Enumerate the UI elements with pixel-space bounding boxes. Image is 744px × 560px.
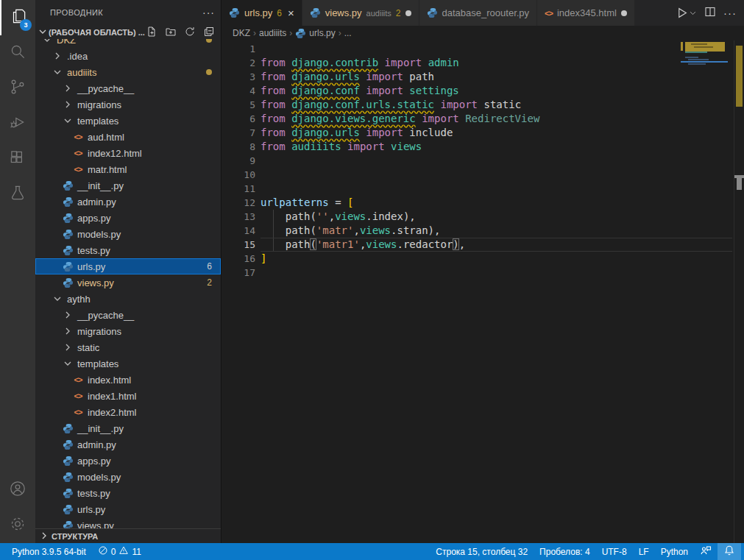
split-editor-button[interactable] <box>704 6 716 21</box>
tree-item-index12-html[interactable]: <>index12.html <box>35 145 221 161</box>
gutter-line-number[interactable]: 10 <box>222 168 255 182</box>
gutter-line-number[interactable]: 1 <box>222 42 255 56</box>
code-line-1[interactable]: 1 <box>222 42 744 56</box>
account-button[interactable] <box>0 472 35 508</box>
activity-source-control-button[interactable] <box>0 71 35 106</box>
encoding-item[interactable]: UTF-8 <box>596 543 633 560</box>
gutter-line-number[interactable]: 7 <box>222 126 255 140</box>
code-line-6[interactable]: 6from django.views.generic import Redire… <box>222 112 744 126</box>
activity-run-debug-button[interactable] <box>0 106 35 141</box>
code-line-15[interactable]: 15 path('matr1',views.redactor), <box>222 238 744 252</box>
eol-item[interactable]: LF <box>633 543 655 560</box>
tab-index345-html[interactable]: <>index345.html <box>537 0 635 26</box>
code-editor[interactable]: 12from django.contrib import admin3from … <box>222 40 744 543</box>
tree-item-models-py[interactable]: models.py <box>35 226 221 242</box>
gutter-line-number[interactable]: 5 <box>222 98 255 112</box>
workspace-section-header[interactable]: (РАБОЧАЯ ОБЛАСТЬ) ... <box>35 24 221 40</box>
gutter-line-number[interactable]: 15 <box>222 238 255 252</box>
gutter-line-number[interactable]: 14 <box>222 224 255 238</box>
indentation-item[interactable]: Пробелов: 4 <box>534 543 596 560</box>
tree-item-static[interactable]: static <box>35 339 221 355</box>
tab-views-py[interactable]: views.pyaudiiits2 <box>302 0 419 26</box>
code-line-11[interactable]: 11 <box>222 182 744 196</box>
gutter-line-number[interactable]: 13 <box>222 210 255 224</box>
tree-item-index2-html[interactable]: <>index2.html <box>35 404 221 420</box>
tree-item--init-py[interactable]: __init__.py <box>35 420 221 436</box>
tree-item-templates[interactable]: templates <box>35 355 221 372</box>
tree-item-aud-html[interactable]: <>aud.html <box>35 129 221 145</box>
gutter-line-number[interactable]: 11 <box>222 182 255 196</box>
code-line-12[interactable]: 12urlpatterns = [ <box>222 196 744 210</box>
collapse-all-button[interactable] <box>203 26 215 39</box>
tree-item-index-html[interactable]: <>index.html <box>35 372 221 388</box>
gutter-line-number[interactable]: 16 <box>222 252 255 266</box>
settings-button[interactable] <box>0 508 35 543</box>
breadcrumb-item--[interactable]: ... <box>344 28 352 38</box>
scrollbar-slider[interactable] <box>737 178 742 190</box>
tree-item-audiiits[interactable]: audiiits <box>35 64 221 80</box>
code-line-4[interactable]: 4from django.conf import settings <box>222 84 744 98</box>
code-line-3[interactable]: 3from django.urls import path <box>222 70 744 84</box>
new-file-button[interactable] <box>146 26 157 39</box>
gutter-line-number[interactable]: 4 <box>222 84 255 98</box>
code-line-14[interactable]: 14 path('matr',views.stran), <box>222 224 744 238</box>
tree-item-urls-py[interactable]: urls.py6 <box>35 258 221 274</box>
notifications-bell-button[interactable] <box>718 543 741 560</box>
activity-testing-button[interactable] <box>0 177 35 212</box>
cursor-position-item[interactable]: Строка 15, столбец 32 <box>430 543 534 560</box>
close-icon[interactable]: × <box>288 7 294 18</box>
feedback-button[interactable] <box>694 543 718 560</box>
tree-item-apps-py[interactable]: apps.py <box>35 210 221 226</box>
new-folder-button[interactable] <box>165 26 177 39</box>
tree-item-templates[interactable]: templates <box>35 113 221 129</box>
activity-explorer-button[interactable]: 3 <box>0 0 35 35</box>
tree-item-admin-py[interactable]: admin.py <box>35 194 221 210</box>
tree-item-tests-py[interactable]: tests.py <box>35 485 221 501</box>
tree-item-migrations[interactable]: migrations <box>35 96 221 113</box>
tree-item-views-py[interactable]: views.py2 <box>35 274 221 291</box>
code-line-17[interactable]: 17 <box>222 266 744 280</box>
tree-item-views-py[interactable]: views.py <box>35 517 221 528</box>
gutter-line-number[interactable]: 3 <box>222 70 255 84</box>
activity-search-button[interactable] <box>0 35 35 71</box>
code-line-9[interactable]: 9 <box>222 154 744 168</box>
tree-item-admin-py[interactable]: admin.py <box>35 436 221 453</box>
tree-item--pycache-[interactable]: __pycache__ <box>35 80 221 96</box>
tree-item--pycache-[interactable]: __pycache__ <box>35 307 221 323</box>
problems-item[interactable]: 0 11 <box>92 543 147 560</box>
tree-item-urls-py[interactable]: urls.py <box>35 501 221 517</box>
gutter-line-number[interactable]: 8 <box>222 140 255 154</box>
gutter-line-number[interactable]: 9 <box>222 154 255 168</box>
scrollbar[interactable] <box>734 40 744 543</box>
code-line-10[interactable]: 10 <box>222 168 744 182</box>
gutter-line-number[interactable]: 17 <box>222 266 255 280</box>
tab-database-roouter-py[interactable]: database_roouter.py <box>419 0 538 26</box>
run-python-file-button[interactable] <box>676 7 697 19</box>
language-mode-item[interactable]: Python <box>655 543 694 560</box>
code-line-16[interactable]: 16] <box>222 252 744 266</box>
more-actions-button[interactable]: ··· <box>723 7 737 19</box>
gutter-line-number[interactable]: 12 <box>222 196 255 210</box>
tab-urls-py[interactable]: urls.py6× <box>222 0 302 26</box>
tree-item-matr-html[interactable]: <>matr.html <box>35 161 221 177</box>
breadcrumb-item-dkz[interactable]: DKZ <box>233 28 250 38</box>
tree-item--idea[interactable]: .idea <box>35 48 221 64</box>
code-line-13[interactable]: 13 path('',views.index), <box>222 210 744 224</box>
python-interpreter-item[interactable]: Python 3.9.5 64-bit <box>6 543 92 560</box>
tree-item-migrations[interactable]: migrations <box>35 323 221 339</box>
breadcrumb-item-audiiits[interactable]: audiiits <box>259 28 286 38</box>
tree-item-models-py[interactable]: models.py <box>35 469 221 485</box>
tree-item-dkz[interactable]: DKZ <box>35 39 221 48</box>
code-line-5[interactable]: 5from django.conf.urls.static import sta… <box>222 98 744 112</box>
gutter-line-number[interactable]: 6 <box>222 112 255 126</box>
activity-extensions-button[interactable] <box>0 141 35 177</box>
tree-item-tests-py[interactable]: tests.py <box>35 242 221 258</box>
code-line-8[interactable]: 8from audiiits import views <box>222 140 744 154</box>
tree-item--init-py[interactable]: __init__.py <box>35 177 221 194</box>
tree-item-index1-html[interactable]: <>index1.html <box>35 388 221 404</box>
code-line-2[interactable]: 2from django.contrib import admin <box>222 56 744 70</box>
tree-item-apps-py[interactable]: apps.py <box>35 453 221 469</box>
gutter-line-number[interactable]: 2 <box>222 56 255 70</box>
refresh-button[interactable] <box>184 26 196 39</box>
outline-section-header[interactable]: СТРУКТУРА <box>35 528 221 543</box>
